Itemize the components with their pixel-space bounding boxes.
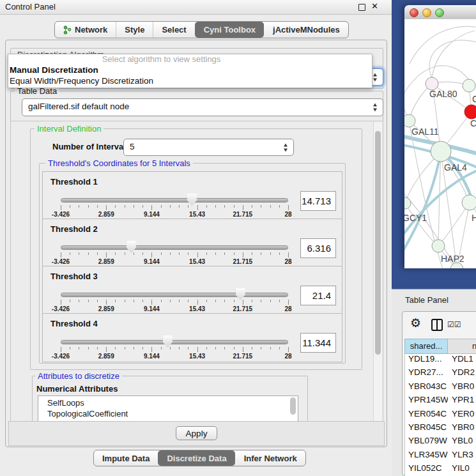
float-window-icon[interactable] (358, 4, 365, 11)
tab-infer-network[interactable]: Infer Network (235, 450, 305, 466)
network-node-gal80[interactable] (426, 77, 438, 90)
threshold-slider[interactable]: -3.4262.8599.14415.4321.71528 (61, 238, 288, 261)
split-columns-icon[interactable] (431, 319, 443, 331)
control-panel-titlebar: Control Panel ✕ (0, 0, 392, 15)
tab-label: Impute Data (102, 454, 150, 463)
network-edge[interactable] (429, 40, 476, 78)
slider-thumb[interactable] (236, 288, 245, 300)
network-node-c[interactable] (464, 105, 476, 119)
table-row[interactable]: YBR043CYBR0 (405, 381, 476, 395)
attribute-item-topologicalcoefficient[interactable]: TopologicalCoefficient (38, 409, 298, 420)
network-node-gal11[interactable] (404, 114, 415, 127)
slider-tick-labels: -3.4262.8599.14415.4321.71528 (61, 305, 288, 313)
table-data-combobox[interactable]: galFiltered.sif default node (22, 98, 383, 116)
cell-name: YBR0 (448, 422, 476, 436)
threshold-value-field[interactable] (300, 191, 336, 211)
network-node-hap2[interactable] (432, 240, 445, 252)
slider-track[interactable] (61, 293, 288, 297)
tab-label: jActiveMNodules (273, 25, 340, 35)
tab-select[interactable]: Select (153, 22, 194, 38)
network-edge[interactable] (438, 203, 470, 246)
table-row[interactable]: YPR145WYPR1 (405, 395, 476, 408)
list-scrollbar[interactable] (289, 397, 296, 422)
network-icon (63, 26, 72, 35)
slider-ticks (61, 300, 288, 305)
network-node-label: HAP2 (441, 254, 464, 264)
tab-label: Cyni Toolbox (204, 25, 256, 35)
combo-stepper-icon (372, 103, 378, 112)
network-node-label: GAL4 (444, 162, 467, 173)
cell-name: YBL0 (448, 436, 476, 449)
table-panel-body: ⚙ ☑☑ shared... n YDL19...YDL1YDR27...YDR… (402, 311, 476, 476)
number-of-intervals-value: 5 (130, 142, 135, 151)
zoom-traffic-light-icon[interactable] (435, 8, 444, 17)
cell-shared-name: YLR345W (405, 450, 448, 463)
popup-option-equal-width-frequency-discretization[interactable]: Equal Width/Frequency Discretization (8, 75, 372, 86)
list-scrollbar-thumb[interactable] (290, 397, 296, 415)
numerical-attributes-list[interactable]: SelfLoopsTopologicalCoefficientBetweenne… (38, 395, 298, 422)
cell-shared-name: YBR043C (405, 381, 448, 395)
slider-ticks (61, 252, 288, 258)
minimize-traffic-light-icon[interactable] (422, 8, 431, 17)
tab-label: Network (75, 25, 107, 35)
slider-track[interactable] (61, 245, 288, 250)
cyni-bottom-tabbar: Impute DataDiscretize DataInfer Network (93, 450, 306, 466)
threshold-label: Threshold 3 (50, 272, 98, 281)
popup-option-manual-discretization[interactable]: Manual Discretization (8, 65, 372, 75)
cell-shared-name: YBR045C (405, 422, 448, 436)
slider-track[interactable] (61, 198, 288, 203)
network-node-label: C (470, 118, 476, 128)
network-node-label: GCY1 (404, 213, 427, 223)
network-node-gal4[interactable] (431, 141, 451, 162)
slider-thumb[interactable] (163, 335, 173, 348)
tab-style[interactable]: Style (116, 22, 153, 38)
network-node-h[interactable] (462, 195, 476, 210)
network-node-ga[interactable] (463, 79, 475, 92)
threshold-value-field[interactable] (300, 238, 336, 258)
column-checkboxes-icon[interactable]: ☑☑ (447, 320, 461, 329)
threshold-slider[interactable]: -3.4262.8599.14415.4321.71528 (61, 333, 288, 356)
network-edge[interactable] (432, 31, 475, 77)
slider-tick-labels: -3.4262.8599.14415.4321.71528 (61, 258, 288, 266)
close-traffic-light-icon[interactable] (410, 8, 418, 17)
table-row[interactable]: YIL052CYIL0 (405, 463, 476, 476)
table-row[interactable]: YBL079WYBL0 (405, 436, 476, 449)
slider-thumb[interactable] (127, 241, 136, 253)
table-row[interactable]: YDR27...YDR2 (405, 367, 476, 381)
network-canvas[interactable]: GAL80GACGAL11GAL4GCY1HHAP2 (404, 19, 476, 268)
control-panel-title: Control Panel (5, 2, 56, 12)
threshold-slider[interactable]: -3.4262.8599.14415.4321.71528 (61, 286, 288, 309)
table-row[interactable]: YBR045CYBR0 (405, 422, 476, 436)
slider-thumb[interactable] (187, 194, 197, 206)
network-node-gcy1[interactable] (404, 197, 411, 209)
settings-scrollbar-thumb[interactable] (375, 131, 381, 355)
tab-discretize-data[interactable]: Discretize Data (158, 450, 234, 466)
threshold-slider[interactable]: -3.4262.8599.14415.4321.71528 (61, 191, 288, 214)
table-row[interactable]: YDL19...YDL1 (405, 354, 476, 367)
slider-track[interactable] (61, 340, 288, 344)
control-panel-tabbar: NetworkStyleSelectCyni ToolboxjActiveMNo… (54, 21, 349, 38)
tab-cyni-toolbox[interactable]: Cyni Toolbox (195, 22, 264, 38)
threshold-value-field[interactable] (300, 286, 336, 305)
close-icon[interactable]: ✕ (371, 1, 378, 11)
apply-button[interactable]: Apply (176, 426, 218, 440)
tab-impute-data[interactable]: Impute Data (94, 450, 158, 466)
tab-network[interactable]: Network (55, 22, 116, 38)
attribute-item-selfloops[interactable]: SelfLoops (38, 398, 298, 409)
table-row[interactable]: YER054CYER0 (405, 409, 476, 422)
column-header-shared-name[interactable]: shared... (404, 339, 448, 354)
attributes-group: Attributes to discretize Numerical Attri… (32, 376, 308, 422)
network-graph[interactable]: GAL80GACGAL11GAL4GCY1HHAP2 (404, 19, 476, 268)
table-row[interactable]: YLR345WYLR3 (405, 450, 476, 463)
column-header-name[interactable]: n (448, 339, 476, 354)
settings-scrollpane: Interval Definition Number of Intervals … (10, 121, 383, 422)
cell-shared-name: YDL19... (405, 354, 448, 367)
network-window-titlebar (404, 5, 476, 20)
app-root: Control Panel ✕ NetworkStyleSelectCyni T… (0, 0, 476, 476)
table-header-row: shared... n (404, 339, 476, 354)
gear-icon[interactable]: ⚙ (410, 316, 421, 330)
number-of-intervals-combobox[interactable]: 5 (123, 139, 294, 156)
tab-jactivemnodules[interactable]: jActiveMNodules (264, 22, 348, 38)
settings-vertical-scrollbar[interactable] (373, 122, 382, 421)
threshold-value-field[interactable] (300, 333, 336, 353)
